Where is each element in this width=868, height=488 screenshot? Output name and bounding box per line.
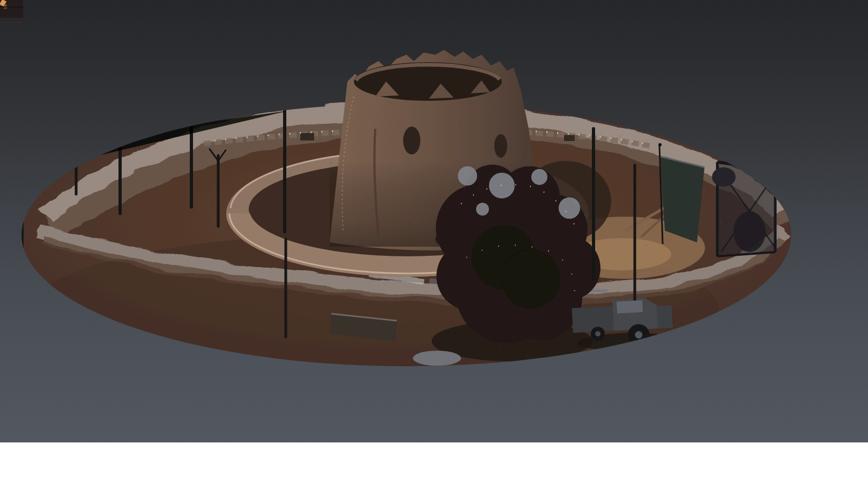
pointcloud-viewport xyxy=(0,0,868,442)
pointcloud-scene xyxy=(0,0,868,442)
thumbnail-base xyxy=(0,18,23,22)
thumbnail-seam xyxy=(0,6,23,8)
caption-strip: Heritage Documentation – Done using Leic… xyxy=(0,442,868,488)
pointcloud-speckle-overlay xyxy=(16,43,791,378)
corner-thumbnail xyxy=(0,0,23,23)
